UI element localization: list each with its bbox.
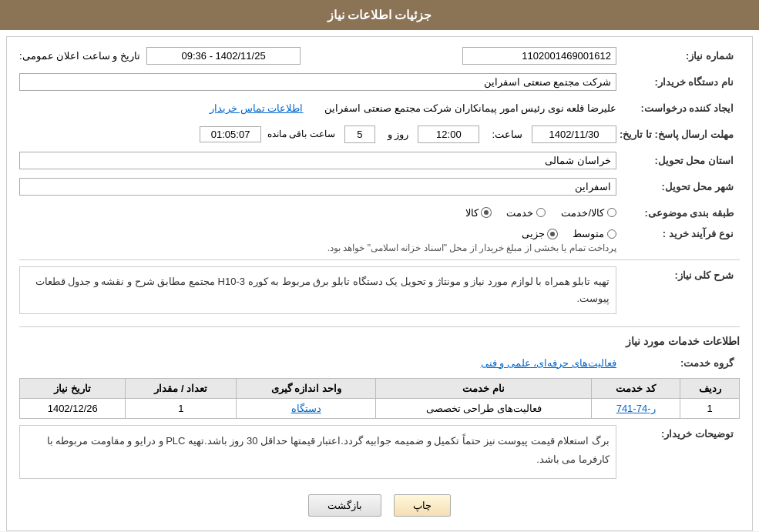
- service-table: ردیف کد خدمت نام خدمت واحد اندازه گیری ت…: [19, 378, 740, 419]
- cell-row-num: 1: [680, 399, 740, 419]
- cell-service-name: فعالیت‌های طراحی تخصصی: [376, 399, 592, 419]
- deadline-day-label: روز و: [388, 129, 409, 140]
- process-partial: جزیی: [522, 228, 557, 239]
- col-unit: واحد اندازه گیری: [237, 379, 376, 399]
- print-button[interactable]: چاپ: [394, 494, 451, 517]
- col-service-name: نام خدمت: [376, 379, 592, 399]
- buyer-org-value: شرکت مجتمع صنعتی اسفراین: [19, 73, 616, 91]
- deadline-value: 1402/11/30 ساعت: 12:00 روز و 5 ساعت باقی…: [19, 125, 616, 143]
- col-service-code: کد خدمت: [592, 379, 680, 399]
- category-service: خدمت: [506, 207, 546, 219]
- cell-date: 1402/12/26: [20, 399, 126, 419]
- deadline-label: مهلت ارسال پاسخ: تا تاریخ:: [616, 129, 740, 140]
- row-general-desc: شرح کلی نیاز: تهیه تابلو همراه با لوازم …: [19, 266, 740, 320]
- category-goods-service: کالا/خدمت: [561, 207, 616, 219]
- service-group-label: گروه خدمت:: [616, 357, 740, 369]
- table-header-row: ردیف کد خدمت نام خدمت واحد اندازه گیری ت…: [20, 379, 740, 399]
- row-deadline: مهلت ارسال پاسخ: تا تاریخ: 1402/11/30 سا…: [19, 123, 740, 145]
- need-number-label: شماره نیاز:: [616, 50, 740, 62]
- separator-1: [19, 259, 740, 260]
- buyer-org-label: نام دستگاه خریدار:: [616, 76, 740, 88]
- general-desc-label: شرح کلی نیاز:: [616, 266, 740, 281]
- general-desc-value: تهیه تابلو همراه با لوازم مورد نیاز و مو…: [19, 266, 616, 320]
- deadline-days: 5: [344, 125, 375, 143]
- row-city: شهر محل تحویل: اسفراین: [19, 176, 740, 197]
- province-display: خراسان شمالی: [19, 152, 616, 169]
- process-value: متوسط جزیی پرداخت تمام یا بخشی از مبلغ خ…: [19, 228, 616, 253]
- row-requester: ایجاد کننده درخواست: علیرضا قلعه نوی رئی…: [19, 97, 740, 119]
- radio-service-icon: [536, 208, 546, 217]
- radio-partial-icon: [548, 229, 557, 239]
- need-number-value: 1102001469001612: [316, 47, 616, 65]
- category-goods: کالا: [465, 207, 491, 219]
- radio-medium-icon: [607, 229, 616, 239]
- category-service-label: خدمت: [506, 207, 533, 219]
- services-section-title: اطلاعات خدمات مورد نیاز: [19, 335, 740, 347]
- need-number-display: 1102001469001612: [462, 47, 616, 65]
- buyer-org-display: شرکت مجتمع صنعتی اسفراین: [19, 73, 616, 91]
- deadline-time-label: ساعت:: [492, 129, 522, 140]
- row-service-group: گروه خدمت: فعالیت‌های حرفه‌ای، علمی و فن…: [19, 352, 740, 373]
- announce-group: 1402/11/25 - 09:36 تاریخ و ساعت اعلان عم…: [19, 47, 301, 65]
- row-category: طبقه بندی موضوعی: کالا/خدمت خدمت کالا: [19, 202, 740, 223]
- category-value: کالا/خدمت خدمت کالا: [19, 207, 616, 219]
- announce-value: 1402/11/25 - 09:36: [146, 47, 301, 65]
- category-label: طبقه بندی موضوعی:: [616, 207, 740, 219]
- process-label: نوع فرآیند خرید :: [616, 228, 740, 239]
- requester-display: علیرضا قلعه نوی رئیس امور پیمانکاران شرک…: [324, 102, 616, 114]
- province-value: خراسان شمالی: [19, 152, 616, 169]
- deadline-date: 1402/11/30: [532, 125, 616, 143]
- cell-service-code[interactable]: ر-74-741: [592, 399, 680, 419]
- process-partial-label: جزیی: [522, 228, 545, 239]
- process-medium: متوسط: [573, 228, 616, 239]
- requester-value: علیرضا قلعه نوی رئیس امور پیمانکاران شرک…: [19, 102, 616, 114]
- radio-goods-service-icon: [607, 208, 616, 217]
- city-label: شهر محل تحویل:: [616, 181, 740, 192]
- service-group-value: فعالیت‌های حرفه‌ای، علمی و فنی: [19, 357, 616, 369]
- row-buyer-org: نام دستگاه خریدار: شرکت مجتمع صنعتی اسفر…: [19, 71, 740, 92]
- deadline-time: 12:00: [418, 125, 479, 143]
- button-row: چاپ بازگشت: [19, 494, 740, 517]
- city-display: اسفراین: [19, 178, 616, 196]
- buyer-notes-label: توضیحات خریدار:: [616, 425, 740, 440]
- category-goods-service-label: کالا/خدمت: [561, 207, 604, 219]
- row-process: نوع فرآیند خرید : متوسط جزیی پرداخت تمام…: [19, 228, 740, 253]
- buyer-notes-value: برگ استعلام قیمت پیوست نیز حتماً تکمیل و…: [19, 425, 616, 485]
- page-title: جزئیات اطلاعات نیاز: [327, 8, 432, 22]
- buyer-notes-display: برگ استعلام قیمت پیوست نیز حتماً تکمیل و…: [19, 425, 616, 479]
- page-header: جزئیات اطلاعات نیاز: [0, 0, 759, 30]
- row-buyer-notes: توضیحات خریدار: برگ استعلام قیمت پیوست ن…: [19, 425, 740, 485]
- process-note: پرداخت تمام یا بخشی از مبلغ خریدار از مح…: [327, 243, 616, 253]
- separator-2: [19, 326, 740, 327]
- col-date: تاریخ نیاز: [20, 379, 126, 399]
- requester-label: ایجاد کننده درخواست:: [616, 102, 740, 114]
- residual-time: 01:05:07: [200, 126, 261, 142]
- general-desc-display: تهیه تابلو همراه با لوازم مورد نیاز و مو…: [19, 266, 616, 314]
- requester-link[interactable]: اطلاعات تماس خریدار: [210, 102, 303, 114]
- service-group-display[interactable]: فعالیت‌های حرفه‌ای، علمی و فنی: [481, 357, 616, 369]
- cell-quantity: 1: [126, 399, 237, 419]
- residual-label: ساعت باقی مانده: [267, 129, 335, 139]
- row-need-number: شماره نیاز: 1102001469001612 1402/11/25 …: [19, 45, 740, 66]
- table-row: 1 ر-74-741 فعالیت‌های طراحی تخصصی دستگاه…: [20, 399, 740, 419]
- back-button[interactable]: بازگشت: [308, 494, 381, 517]
- category-goods-label: کالا: [465, 207, 479, 219]
- province-label: استان محل تحویل:: [616, 155, 740, 166]
- city-value: اسفراین: [19, 178, 616, 196]
- row-province: استان محل تحویل: خراسان شمالی: [19, 149, 740, 171]
- page-wrapper: جزئیات اطلاعات نیاز شماره نیاز: 11020014…: [0, 0, 759, 531]
- col-row-num: ردیف: [680, 379, 740, 399]
- col-quantity: تعداد / مقدار: [126, 379, 237, 399]
- radio-goods-icon: [482, 208, 491, 217]
- main-content: شماره نیاز: 1102001469001612 1402/11/25 …: [6, 36, 753, 531]
- cell-unit[interactable]: دستگاه: [237, 399, 376, 419]
- process-radio-group: متوسط جزیی: [522, 228, 616, 239]
- process-medium-label: متوسط: [573, 228, 604, 239]
- announce-label: تاریخ و ساعت اعلان عمومی:: [19, 50, 140, 62]
